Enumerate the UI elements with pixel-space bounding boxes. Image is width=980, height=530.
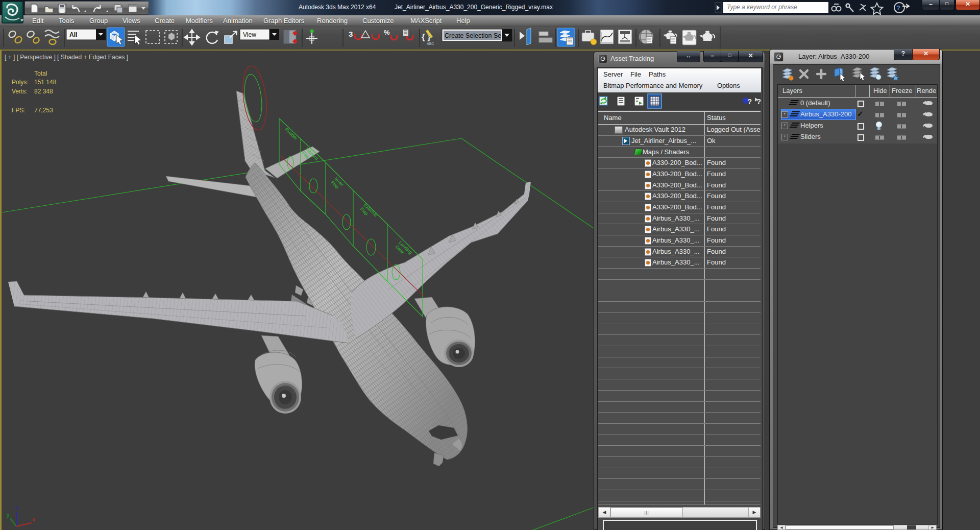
svg-text:y: y bbox=[7, 512, 10, 518]
svg-text:?: ? bbox=[747, 97, 752, 106]
svg-text:View: View bbox=[243, 31, 256, 38]
svg-text:z: z bbox=[15, 505, 18, 511]
svg-text:All: All bbox=[69, 31, 77, 38]
svg-text:?: ? bbox=[896, 4, 900, 12]
svg-text:ABC: ABC bbox=[427, 42, 434, 45]
svg-text:Rudder: Rudder bbox=[284, 127, 299, 141]
svg-text:3: 3 bbox=[349, 30, 353, 38]
svg-text:Create Selection Se: Create Selection Se bbox=[445, 32, 501, 39]
svg-text:x: x bbox=[32, 517, 35, 522]
svg-text:?: ? bbox=[756, 97, 761, 106]
svg-text:%: % bbox=[384, 29, 390, 36]
